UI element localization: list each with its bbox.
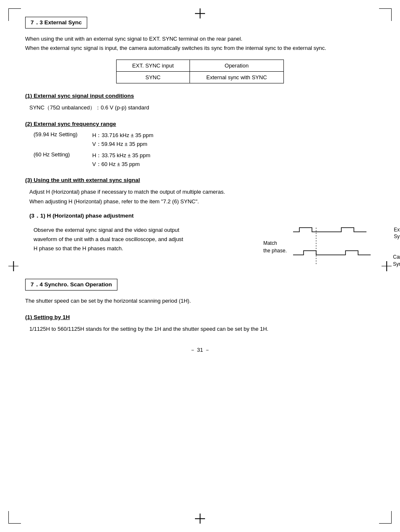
freq-label-2: (60 Hz Setting) [34,151,92,169]
table-header-input: EXT. SYNC input [117,60,190,72]
corner-mark-tl [8,8,21,21]
corner-mark-tr [379,8,392,21]
waveform-label-ext-sync: External Sync. signal [394,226,400,241]
table-cell-sync-input: SYNC [117,72,190,83]
waveform-svg [291,226,375,267]
frequency-table: (59.94 Hz Setting) H：33.716 kHz ± 35 ppm… [34,131,375,169]
subsection-1-title: (1) External sync signal input condition… [25,93,375,99]
waveform-desc-line-3: H phase so that the H phases match. [34,244,255,253]
ext-sync-line-1: External [394,226,400,234]
freq-values-1: H：33.716 kHz ± 35 ppm V：59.94 Hz ± 35 pp… [92,131,153,149]
section-7-4: 7．4 Synchro. Scan Operation The shutter … [25,279,375,306]
freq-row-1: (59.94 Hz Setting) H：33.716 kHz ± 35 ppm… [34,131,375,149]
crosshair-left [8,261,18,271]
waveform-svg-area: External Sync. signal Camera Sync. outpu… [291,226,375,269]
subsection-2: (2) External sync frequency range (59.94… [25,121,375,169]
waveform-desc-line-1: Observe the external sync signal and the… [34,226,255,235]
subsection-4-body: 1/1125H to 560/1125H stands for the sett… [29,324,375,334]
subsection-3-line-2: When adjusting H (Horizontal) phase, ref… [29,197,375,206]
subsection-3-title: (3) Using the unit with external sync si… [25,177,375,183]
subsection-2-title: (2) External sync frequency range [25,121,375,127]
subsection-3-line-1: Adjust H (Horizontal) phase if necessary… [29,187,375,197]
camera-sync-line-1: Camera [393,254,400,261]
page: 7．3 External Sync When using the unit wi… [0,0,400,532]
freq-value-2-v: V：60 Hz ± 35 ppm [92,160,151,169]
ext-sync-line-2: Sync. signal [394,233,400,240]
subsection-4: (1) Setting by 1H 1/1125H to 560/1125H s… [25,314,375,334]
page-number: － 31 － [25,346,375,354]
intro-line-1: When using the unit with an external syn… [25,34,375,44]
subsection-3: (3) Using the unit with external sync si… [25,177,375,268]
crosshair-bottom [195,514,205,524]
intro-line-2: When the external sync signal is input, … [25,44,375,53]
corner-mark-br [379,511,392,524]
waveform-label-camera-sync: Camera Sync. output [393,254,400,268]
section-7-3-title: 7．3 External Sync [25,17,87,29]
waveform-diagram-container: Match the phase. [263,226,375,269]
crosshair-right [382,261,392,271]
subsection-4-title: (1) Setting by 1H [25,314,375,320]
subsection-3-body: Adjust H (Horizontal) phase if necessary… [29,187,375,206]
subsection-3-1-title: (3．1) H (Horizontal) phase adjustment [29,212,375,220]
section-7-4-title: 7．4 Synchro. Scan Operation [25,279,117,291]
freq-value-1-v: V：59.94 Hz ± 35 ppm [92,140,153,149]
freq-values-2: H：33.75 kHz ± 35 ppm V：60 Hz ± 35 ppm [92,151,151,169]
match-line-1: Match [263,239,287,247]
camera-sync-line-2: Sync. output [393,261,400,268]
section-7-4-intro: The shutter speed can be set by the hori… [25,296,375,306]
match-line-2: the phase. [263,247,287,254]
freq-row-2: (60 Hz Setting) H：33.75 kHz ± 35 ppm V：6… [34,151,375,169]
subsection-3-1: (3．1) H (Horizontal) phase adjustment Ob… [29,212,375,269]
waveform-desc-line-2: waveform of the unit with a dual trace o… [34,235,255,244]
freq-value-2-h: H：33.75 kHz ± 35 ppm [92,151,151,160]
subsection-1: (1) External sync signal input condition… [25,93,375,112]
sync-table: EXT. SYNC input Operation SYNC External … [116,60,284,83]
freq-value-1-h: H：33.716 kHz ± 35 ppm [92,131,153,140]
table-header-operation: Operation [190,60,283,72]
crosshair-top [195,8,205,18]
table-cell-sync-operation: External sync with SYNC [190,72,283,83]
table-row: SYNC External sync with SYNC [117,72,284,83]
freq-label-1: (59.94 Hz Setting) [34,131,92,149]
section-7-3: 7．3 External Sync When using the unit wi… [25,17,375,83]
waveform-description: Observe the external sync signal and the… [34,226,255,253]
section-7-3-intro: When using the unit with an external syn… [25,34,375,53]
corner-mark-bl [8,511,21,524]
match-phase-label: Match the phase. [263,239,287,254]
subsection-1-body: SYNC（75Ω unbalanced）：0.6 V (p-p) standar… [29,103,375,112]
waveform-area: Observe the external sync signal and the… [34,226,375,269]
